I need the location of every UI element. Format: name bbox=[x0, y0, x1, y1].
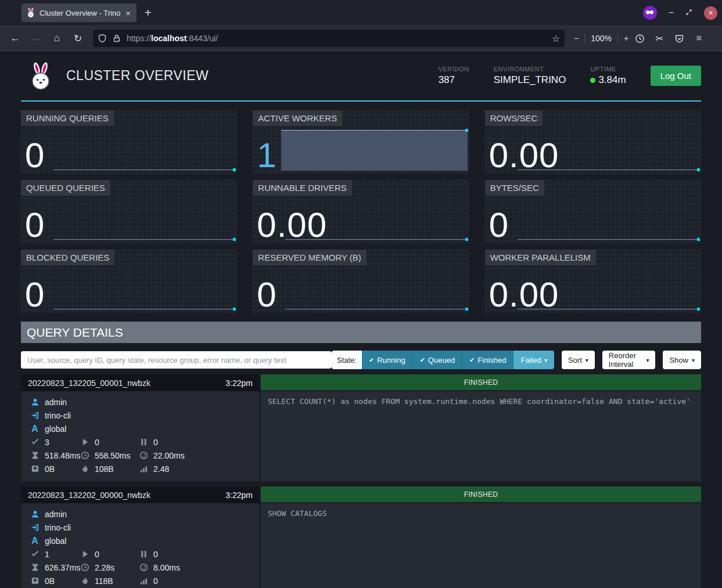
running-splits-icon bbox=[80, 550, 89, 559]
stat-value: 0 bbox=[25, 277, 45, 312]
query-id-link[interactable]: 20220823_132205_00001_nwbzk bbox=[28, 378, 150, 388]
menu-icon[interactable]: ≡ bbox=[690, 30, 707, 47]
stat-card-blocked-queries: BLOCKED QUERIES 0 bbox=[21, 250, 237, 313]
source-icon bbox=[30, 411, 39, 420]
peak-memory: 118B bbox=[95, 576, 113, 586]
cumulative-memory: 0 bbox=[153, 576, 158, 586]
query-source: trino-cli bbox=[45, 523, 71, 532]
reorder-interval-dropdown[interactable]: Reorder Interval▾ bbox=[602, 351, 656, 369]
elapsed-time: 558.50ms bbox=[95, 451, 130, 460]
stat-value: 0 bbox=[25, 208, 45, 243]
wall-time-icon bbox=[30, 563, 39, 572]
stat-card-rows-sec: ROWS/SEC 0.00 bbox=[485, 110, 701, 174]
separator bbox=[617, 33, 618, 44]
sparkline bbox=[53, 239, 235, 240]
elapsed-time-icon bbox=[80, 563, 89, 572]
stat-label: QUEUED QUERIES bbox=[21, 180, 110, 196]
state-filter-finished[interactable]: ✔Finished bbox=[462, 351, 513, 369]
browser-toolbar: ← → ⌂ ↻ https://localhost:8443/ui/ ☆ − 1… bbox=[0, 26, 722, 51]
url-bar[interactable]: https://localhost:8443/ui/ ☆ bbox=[93, 30, 565, 47]
query-filter-toolbar: State: ✔Running ✔Queued ✔Finished Failed… bbox=[21, 351, 701, 369]
elapsed-time-icon bbox=[80, 451, 89, 460]
shield-icon[interactable] bbox=[98, 34, 107, 43]
bookmark-star-icon[interactable]: ☆ bbox=[552, 33, 560, 44]
browser-titlebar: Cluster Overview - Trino × + − × bbox=[0, 0, 722, 26]
close-button[interactable]: × bbox=[704, 6, 717, 20]
lock-warning-icon[interactable] bbox=[112, 34, 121, 43]
completed-splits-icon bbox=[30, 438, 39, 447]
environment-block: ENVIRONMENT SIMPLE_TRINO bbox=[494, 66, 566, 86]
check-icon: ✔ bbox=[420, 356, 425, 364]
peak-memory-icon bbox=[80, 576, 89, 586]
history-clock-icon[interactable] bbox=[631, 30, 648, 47]
stat-label: WORKER PARALLELISM bbox=[485, 250, 596, 265]
url-text: https://localhost:8443/ui/ bbox=[127, 34, 547, 43]
stat-value: 0 bbox=[489, 208, 509, 243]
completed-splits: 3 bbox=[45, 438, 49, 447]
pocket-shield-icon[interactable] bbox=[670, 30, 688, 47]
sparkline bbox=[53, 169, 235, 170]
separator bbox=[584, 33, 585, 44]
query-sql-text: SHOW CATALOGS bbox=[261, 503, 701, 588]
peak-memory: 108B bbox=[95, 464, 114, 474]
chevron-down-icon: ▾ bbox=[544, 357, 547, 363]
show-dropdown[interactable]: Show▾ bbox=[663, 351, 701, 369]
tab-title: Cluster Overview - Trino bbox=[39, 9, 120, 17]
state-filter-failed-dropdown[interactable]: Failed▾ bbox=[513, 351, 554, 369]
browser-tab[interactable]: Cluster Overview - Trino × bbox=[21, 3, 137, 22]
source-icon bbox=[30, 523, 39, 532]
sparkline bbox=[518, 239, 700, 240]
state-filter-group: State: ✔Running ✔Queued ✔Finished Failed… bbox=[332, 351, 554, 369]
trino-logo[interactable] bbox=[28, 62, 53, 91]
sparkline bbox=[285, 309, 467, 309]
sparkline bbox=[53, 309, 235, 309]
minimize-button[interactable]: − bbox=[669, 8, 674, 18]
queued-splits-icon bbox=[139, 550, 148, 559]
query-resource-group: global bbox=[45, 536, 66, 546]
stat-card-queued-queries: QUEUED QUERIES 0 bbox=[21, 180, 237, 244]
logout-button[interactable]: Log Out bbox=[651, 66, 701, 86]
current-memory: 0B bbox=[45, 464, 55, 474]
sort-dropdown[interactable]: Sort▾ bbox=[562, 351, 595, 369]
current-memory-icon bbox=[30, 464, 39, 474]
forward-icon[interactable]: → bbox=[27, 30, 45, 47]
state-filter-queued[interactable]: ✔Queued bbox=[413, 351, 462, 369]
home-icon[interactable]: ⌂ bbox=[48, 30, 66, 47]
user-icon bbox=[30, 510, 39, 519]
check-icon: ✔ bbox=[369, 356, 374, 364]
zoom-out-button[interactable]: − bbox=[574, 34, 579, 43]
zoom-in-button[interactable]: + bbox=[624, 34, 628, 43]
wall-time-icon bbox=[30, 451, 39, 460]
chevron-down-icon: ▾ bbox=[585, 357, 588, 363]
page-title: CLUSTER OVERVIEW bbox=[66, 68, 439, 84]
stat-label: ROWS/SEC bbox=[485, 110, 543, 126]
query-resource-group: global bbox=[45, 424, 66, 434]
current-memory-icon bbox=[30, 576, 39, 586]
query-sql-text: SELECT COUNT(*) as nodes FROM system.run… bbox=[261, 391, 701, 481]
new-tab-button[interactable]: + bbox=[145, 6, 152, 20]
query-row: 20220823_132202_00000_nwbzk 3:22pm admin… bbox=[21, 486, 701, 588]
uptime-value: 3.84m bbox=[598, 74, 626, 85]
version-value: 387 bbox=[439, 74, 469, 86]
query-search-input[interactable] bbox=[21, 351, 332, 369]
peak-memory-icon bbox=[80, 464, 89, 474]
cpu-time: 22.00ms bbox=[153, 451, 185, 460]
restore-button[interactable] bbox=[685, 8, 692, 18]
query-status-bar: FINISHED bbox=[261, 374, 701, 390]
state-filter-running[interactable]: ✔Running bbox=[362, 351, 413, 369]
wall-time: 626.37ms bbox=[45, 563, 80, 572]
tab-close-icon[interactable]: × bbox=[124, 8, 132, 18]
stat-card-runnable-drivers: RUNNABLE DRIVERS 0.00 bbox=[253, 180, 469, 244]
environment-value: SIMPLE_TRINO bbox=[494, 74, 566, 86]
screenshot-icon[interactable]: ✂ bbox=[651, 30, 668, 47]
zoom-level[interactable]: 100% bbox=[591, 34, 612, 43]
stat-card-reserved-memory: RESERVED MEMORY (B) 0 bbox=[253, 250, 469, 313]
query-id-link[interactable]: 20220823_132202_00000_nwbzk bbox=[28, 490, 150, 500]
reload-icon[interactable]: ↻ bbox=[69, 30, 87, 47]
query-user: admin bbox=[45, 398, 67, 407]
stat-value: 0.00 bbox=[489, 138, 559, 173]
stat-card-bytes-sec: BYTES/SEC 0 bbox=[485, 180, 701, 244]
query-time: 3:22pm bbox=[225, 378, 253, 388]
completed-splits: 1 bbox=[45, 550, 49, 559]
back-icon[interactable]: ← bbox=[6, 30, 24, 47]
